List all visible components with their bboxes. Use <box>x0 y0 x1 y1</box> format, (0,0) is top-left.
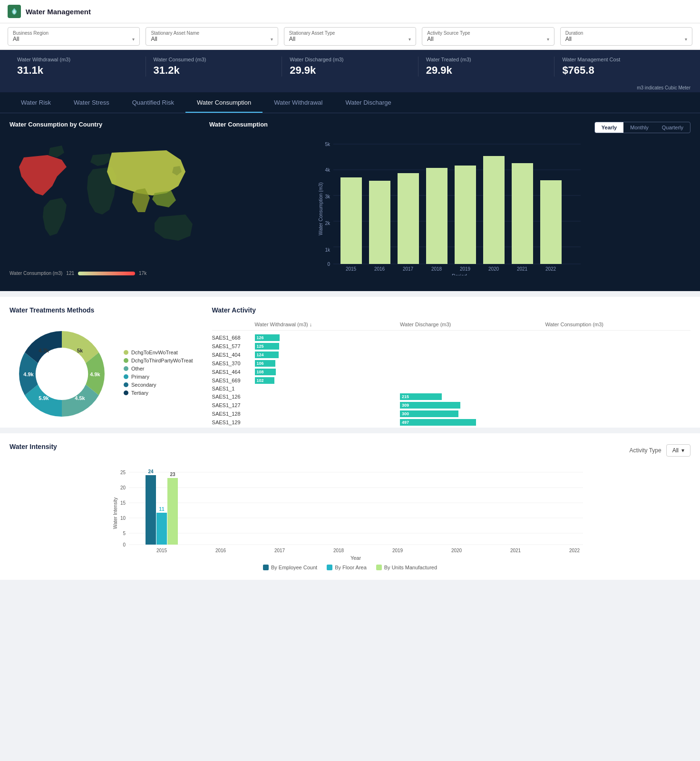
svg-text:5.9k: 5.9k <box>39 395 49 401</box>
water-activity-title: Water Activity <box>212 306 690 314</box>
main-content: Water Treatments Methods <box>0 297 700 428</box>
view-btn-quarterly[interactable]: Quarterly <box>655 122 690 133</box>
view-btn-monthly[interactable]: Monthly <box>623 122 655 133</box>
activity-type-filter: Activity Type All ▾ <box>630 444 690 457</box>
legend-dot-3 <box>124 366 128 371</box>
filter-stationary-asset-name[interactable]: Stationary Asset Name All <box>146 27 278 46</box>
intensity-bar-units-2015 <box>167 478 178 545</box>
svg-text:2016: 2016 <box>374 266 385 272</box>
svg-text:4.7k: 4.7k <box>39 348 49 353</box>
intensity-title: Water Intensity <box>10 443 57 450</box>
svg-text:24: 24 <box>148 469 154 474</box>
intensity-chart-legend: By Employee Count By Floor Area By Units… <box>10 565 690 570</box>
intensity-header: Water Intensity Activity Type All ▾ <box>10 443 690 458</box>
view-toggle: Yearly Monthly Quarterly <box>594 122 690 133</box>
svg-text:5k: 5k <box>77 348 83 353</box>
legend-item-2: DchgToThirdPartyWoTreat <box>124 358 193 363</box>
svg-text:2k: 2k <box>325 221 331 226</box>
svg-text:0: 0 <box>327 262 330 267</box>
tab-water-discharge[interactable]: Water Discharge <box>334 92 402 113</box>
filter-activity-source-type[interactable]: Activity Source Type All <box>422 27 554 46</box>
svg-text:5k: 5k <box>325 142 331 147</box>
view-btn-yearly[interactable]: Yearly <box>595 122 623 133</box>
table-row: SAES1_127 309 <box>212 402 690 409</box>
donut-legend: DchgToEnvWoTreat DchgToThirdPartyWoTreat… <box>124 350 193 398</box>
filter-duration[interactable]: Duration All <box>560 27 692 46</box>
legend-entry-floor: By Floor Area <box>327 565 367 570</box>
app-title: Water Management <box>26 8 91 16</box>
kpi-water-discharged: Water Discharged (m3) 29.9k <box>282 57 418 77</box>
bar-2019 <box>455 166 476 264</box>
activity-type-select[interactable]: All ▾ <box>666 444 690 457</box>
legend-square-employee <box>263 565 269 570</box>
svg-text:2020: 2020 <box>488 266 499 272</box>
svg-text:Period: Period <box>452 273 467 275</box>
legend-item-4: Primary <box>124 374 193 380</box>
bar-chart-title: Water Consumption <box>209 121 268 128</box>
svg-text:Water Consumption (m3): Water Consumption (m3) <box>318 182 323 235</box>
table-row: SAES1_126 215 <box>212 393 690 400</box>
table-row: SAES1_669 102 <box>212 377 690 384</box>
svg-text:4k: 4k <box>325 167 331 173</box>
kpi-water-management-cost: Water Management Cost $765.8 <box>554 57 690 77</box>
legend-entry-units: By Units Manufactured <box>376 565 437 570</box>
treatments-activity-row: Water Treatments Methods <box>10 306 690 428</box>
svg-text:2018: 2018 <box>431 266 442 272</box>
svg-text:2015: 2015 <box>346 266 357 272</box>
table-row: SAES1_577 125 <box>212 343 690 350</box>
bar-chart-section: Water Consumption Yearly Monthly Quarter… <box>209 121 690 276</box>
activity-table-header: Water Withdrawal (m3) ↓ Water Discharge … <box>212 322 690 331</box>
filter-business-region[interactable]: Business Region All <box>8 27 140 46</box>
bar-2016 <box>369 181 390 264</box>
donut-chart: 5k 4.9k 4.5k 5.9k 4.9k 4.7k <box>10 322 114 426</box>
svg-text:Year: Year <box>350 555 361 561</box>
bar-chart-header: Water Consumption Yearly Monthly Quarter… <box>209 121 690 134</box>
filter-stationary-asset-type[interactable]: Stationary Asset Type All <box>284 27 416 46</box>
bar-2022 <box>540 180 562 264</box>
table-row: SAES1_404 124 <box>212 351 690 358</box>
svg-text:1k: 1k <box>325 247 331 253</box>
svg-text:2022: 2022 <box>569 548 580 553</box>
table-row: SAES1_668 126 <box>212 334 690 341</box>
water-treatments-title: Water Treatments Methods <box>10 306 193 314</box>
tab-water-risk[interactable]: Water Risk <box>10 92 62 113</box>
svg-text:2022: 2022 <box>545 266 556 272</box>
charts-row: Water Consumption by Country <box>0 113 700 283</box>
tab-quantified-risk[interactable]: Quantified Risk <box>121 92 185 113</box>
map-section: Water Consumption by Country <box>10 121 200 276</box>
svg-text:5: 5 <box>123 531 126 536</box>
legend-square-floor <box>327 565 332 570</box>
svg-text:2021: 2021 <box>510 548 521 553</box>
tabs: Water Risk Water Stress Quantified Risk … <box>0 92 700 113</box>
svg-text:2019: 2019 <box>392 548 403 553</box>
table-row: SAES1_464 108 <box>212 369 690 375</box>
dark-panel: Water Risk Water Stress Quantified Risk … <box>0 92 700 291</box>
water-treatments-section: Water Treatments Methods <box>10 306 193 428</box>
intensity-bar-floor-2015 <box>156 513 167 545</box>
filters-bar: Business Region All Stationary Asset Nam… <box>0 23 700 50</box>
water-intensity-section: Water Intensity Activity Type All ▾ 25 2… <box>0 433 700 580</box>
svg-text:4.9k: 4.9k <box>90 371 100 377</box>
kpi-water-withdrawal: Water Withdrawal (m3) 31.1k <box>10 57 146 77</box>
svg-text:2020: 2020 <box>451 548 462 553</box>
svg-text:2016: 2016 <box>215 548 226 553</box>
donut-container: 5k 4.9k 4.5k 5.9k 4.9k 4.7k DchgToEnvWoT… <box>10 322 193 426</box>
table-row: SAES1_128 300 <box>212 410 690 417</box>
tab-water-stress[interactable]: Water Stress <box>62 92 121 113</box>
table-row: SAES1_1 <box>212 386 690 391</box>
map-title: Water Consumption by Country <box>10 121 200 128</box>
svg-text:15: 15 <box>120 500 126 506</box>
svg-text:10: 10 <box>120 516 126 521</box>
legend-gradient <box>78 272 135 275</box>
bar-2015 <box>340 177 362 264</box>
bar-2017 <box>398 173 419 264</box>
tab-water-withdrawal[interactable]: Water Withdrawal <box>262 92 334 113</box>
svg-text:2021: 2021 <box>517 266 528 272</box>
kpi-note: m3 indicates Cubic Meter <box>0 83 700 92</box>
water-activity-section: Water Activity Water Withdrawal (m3) ↓ W… <box>212 306 690 428</box>
app-logo <box>8 5 21 18</box>
svg-text:3k: 3k <box>325 194 331 199</box>
tab-water-consumption[interactable]: Water Consumption <box>185 92 262 113</box>
bar-2020 <box>483 156 505 264</box>
intensity-chart: 25 20 15 10 5 0 Water Intensity 24 11 <box>10 466 690 570</box>
